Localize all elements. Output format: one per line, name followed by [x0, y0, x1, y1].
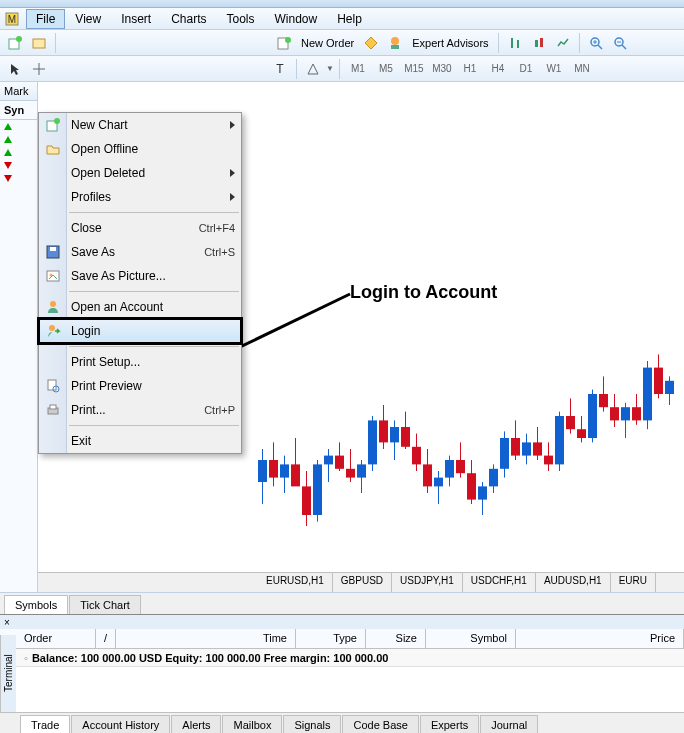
menu-save-as[interactable]: Save AsCtrl+S	[39, 240, 241, 264]
svg-rect-83	[566, 416, 575, 429]
svg-rect-13	[540, 38, 543, 47]
symbol-row[interactable]	[0, 120, 37, 133]
tf-mn[interactable]: MN	[569, 60, 595, 78]
menu-exit[interactable]: Exit	[39, 429, 241, 453]
svg-line-15	[598, 45, 602, 49]
svg-rect-33	[291, 464, 300, 486]
tab-alerts[interactable]: Alerts	[171, 715, 221, 733]
col-sort[interactable]: /	[96, 629, 116, 648]
svg-rect-77	[533, 442, 542, 455]
tab-account-history[interactable]: Account History	[71, 715, 170, 733]
chart-tab[interactable]: USDCHF,H1	[463, 573, 536, 592]
col-type[interactable]: Type	[296, 629, 366, 648]
tf-m5[interactable]: M5	[373, 60, 399, 78]
col-price[interactable]: Price	[516, 629, 684, 648]
chart-tab[interactable]: USDJPY,H1	[392, 573, 463, 592]
svg-text:M: M	[8, 14, 16, 25]
menu-window[interactable]: Window	[265, 9, 328, 29]
menu-file[interactable]: File	[26, 9, 65, 29]
col-symbol[interactable]: Symbol	[426, 629, 516, 648]
svg-rect-59	[434, 478, 443, 487]
menu-view[interactable]: View	[65, 9, 111, 29]
symbol-row[interactable]	[0, 159, 37, 172]
menu-new-chart[interactable]: New Chart	[39, 113, 241, 137]
balance-bullet-icon: ◦	[24, 652, 28, 664]
menu-charts[interactable]: Charts	[161, 9, 216, 29]
svg-rect-95	[632, 407, 641, 420]
menu-tools[interactable]: Tools	[217, 9, 265, 29]
symbol-row[interactable]	[0, 172, 37, 185]
svg-rect-73	[511, 438, 520, 456]
tab-tick-chart[interactable]: Tick Chart	[69, 595, 141, 614]
tab-mailbox[interactable]: Mailbox	[222, 715, 282, 733]
chart-tab[interactable]: EURUSD,H1	[258, 573, 333, 592]
line-chart-icon[interactable]	[552, 32, 574, 54]
svg-rect-79	[544, 456, 553, 465]
chart-tab[interactable]: AUDUSD,H1	[536, 573, 611, 592]
menu-print[interactable]: Print...Ctrl+P	[39, 398, 241, 422]
tab-signals[interactable]: Signals	[283, 715, 341, 733]
tab-symbols[interactable]: Symbols	[4, 595, 68, 615]
down-arrow-icon	[4, 175, 12, 182]
new-chart-icon[interactable]	[4, 32, 26, 54]
menu-print-setup[interactable]: Print Setup...	[39, 350, 241, 374]
new-order-icon[interactable]	[273, 32, 295, 54]
menu-profiles[interactable]: Profiles	[39, 185, 241, 209]
svg-rect-71	[500, 438, 509, 469]
tab-code-base[interactable]: Code Base	[342, 715, 418, 733]
crosshair-icon[interactable]	[28, 58, 50, 80]
profiles-icon[interactable]	[28, 32, 50, 54]
menu-login[interactable]: Login	[39, 319, 241, 343]
expert-advisors-icon[interactable]	[384, 32, 406, 54]
menu-save-as-picture[interactable]: Save As Picture...	[39, 264, 241, 288]
menu-open-offline[interactable]: Open Offline	[39, 137, 241, 161]
menu-open-deleted[interactable]: Open Deleted	[39, 161, 241, 185]
col-time[interactable]: Time	[116, 629, 296, 648]
chart-tabs: EURUSD,H1 GBPUSD USDJPY,H1 USDCHF,H1 AUD…	[38, 572, 684, 592]
symbol-row[interactable]	[0, 146, 37, 159]
svg-point-110	[49, 325, 55, 331]
folder-open-icon	[43, 139, 63, 159]
text-label-icon[interactable]: T	[269, 58, 291, 80]
new-chart-icon	[43, 115, 63, 135]
objects-icon[interactable]	[302, 58, 324, 80]
tf-w1[interactable]: W1	[541, 60, 567, 78]
chart-tab[interactable]: EURU	[611, 573, 656, 592]
tf-h4[interactable]: H4	[485, 60, 511, 78]
col-order[interactable]: Order	[16, 629, 96, 648]
tf-d1[interactable]: D1	[513, 60, 539, 78]
close-icon[interactable]: ×	[4, 617, 10, 628]
terminal-vertical-tab[interactable]: Terminal	[0, 635, 16, 712]
tf-h1[interactable]: H1	[457, 60, 483, 78]
tab-experts[interactable]: Experts	[420, 715, 479, 733]
svg-rect-114	[50, 405, 56, 409]
tf-m15[interactable]: M15	[401, 60, 427, 78]
zoom-out-icon[interactable]	[609, 32, 631, 54]
cursor-icon[interactable]	[4, 58, 26, 80]
tf-m30[interactable]: M30	[429, 60, 455, 78]
menu-close[interactable]: CloseCtrl+F4	[39, 216, 241, 240]
col-size[interactable]: Size	[366, 629, 426, 648]
bar-chart-icon[interactable]	[504, 32, 526, 54]
market-watch-panel: Mark Syn	[0, 82, 38, 592]
menu-insert[interactable]: Insert	[111, 9, 161, 29]
tf-m1[interactable]: M1	[345, 60, 371, 78]
candle-chart-icon[interactable]	[528, 32, 550, 54]
new-order-button[interactable]: New Order	[297, 32, 358, 54]
menu-bar: M File View Insert Charts Tools Window H…	[0, 8, 684, 30]
printer-icon	[43, 400, 63, 420]
menu-print-preview[interactable]: Print Preview	[39, 374, 241, 398]
expert-advisors-button[interactable]: Expert Advisors	[408, 32, 492, 54]
svg-line-102	[240, 294, 350, 347]
menu-open-account[interactable]: Open an Account	[39, 295, 241, 319]
svg-rect-29	[269, 460, 278, 478]
svg-rect-63	[456, 460, 465, 473]
menu-help[interactable]: Help	[327, 9, 372, 29]
tab-trade[interactable]: Trade	[20, 715, 70, 733]
chart-tab[interactable]: GBPUSD	[333, 573, 392, 592]
zoom-in-icon[interactable]	[585, 32, 607, 54]
svg-rect-53	[401, 427, 410, 447]
symbol-row[interactable]	[0, 133, 37, 146]
expert-status-icon[interactable]	[360, 32, 382, 54]
tab-journal[interactable]: Journal	[480, 715, 538, 733]
